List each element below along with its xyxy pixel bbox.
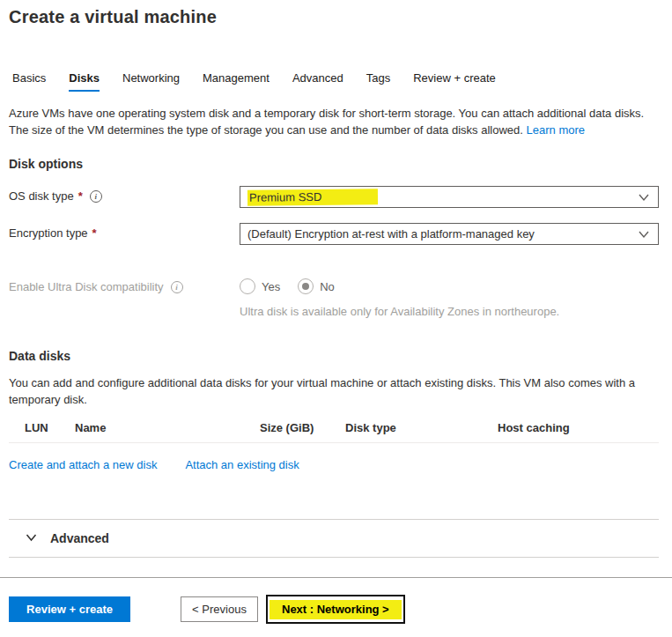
page-title: Create a virtual machine: [9, 7, 659, 27]
ultra-disk-label: Enable Ultra Disk compatibility i: [9, 277, 240, 293]
column-header-disk-type: Disk type: [345, 421, 498, 434]
radio-selected-icon: [298, 278, 314, 294]
os-disk-type-select[interactable]: Premium SSD: [240, 186, 659, 208]
column-header-host-caching: Host caching: [498, 421, 659, 434]
previous-button[interactable]: < Previous: [181, 596, 258, 622]
data-disks-table-header: LUN Name Size (GiB) Disk type Host cachi…: [9, 421, 659, 443]
tab-disks[interactable]: Disks: [69, 71, 100, 92]
ultra-disk-radio-no[interactable]: No: [298, 278, 335, 294]
required-asterisk: *: [92, 226, 97, 240]
ultra-disk-radio-group: Yes No: [240, 277, 659, 294]
encryption-type-label: Encryption type *: [9, 223, 240, 240]
next-networking-button-label: Next : Networking >: [270, 600, 402, 619]
encryption-type-row: Encryption type * (Default) Encryption a…: [9, 223, 659, 245]
os-disk-type-value: Premium SSD: [247, 189, 379, 206]
footer-bar: Review + create < Previous Next : Networ…: [0, 577, 672, 637]
ultra-disk-note: Ultra disk is available only for Availab…: [240, 305, 659, 318]
chevron-down-icon: [638, 192, 650, 203]
tab-bar: Basics Disks Networking Management Advan…: [9, 71, 659, 92]
intro-text: Azure VMs have one operating system disk…: [9, 105, 659, 138]
tab-networking[interactable]: Networking: [122, 71, 180, 92]
data-disks-description: You can add and configure additional dat…: [9, 374, 659, 408]
required-asterisk: *: [78, 189, 83, 203]
disk-options-heading: Disk options: [9, 157, 659, 171]
ultra-disk-row: Enable Ultra Disk compatibility i Yes No…: [9, 277, 659, 318]
learn-more-link[interactable]: Learn more: [527, 123, 585, 137]
info-icon[interactable]: i: [90, 190, 102, 203]
tab-basics[interactable]: Basics: [12, 71, 46, 92]
tab-tags[interactable]: Tags: [366, 71, 390, 92]
attach-existing-disk-link[interactable]: Attach an existing disk: [185, 458, 299, 471]
advanced-expander[interactable]: Advanced: [9, 520, 659, 558]
tab-advanced[interactable]: Advanced: [292, 71, 343, 92]
tab-management[interactable]: Management: [203, 71, 270, 92]
column-header-lun: LUN: [9, 421, 75, 434]
os-disk-type-row: OS disk type * i Premium SSD: [9, 186, 659, 208]
encryption-type-value: (Default) Encryption at-rest with a plat…: [247, 227, 535, 241]
ultra-disk-radio-yes[interactable]: Yes: [240, 278, 280, 294]
next-networking-button[interactable]: Next : Networking >: [266, 595, 405, 624]
os-disk-type-label: OS disk type * i: [9, 186, 240, 203]
advanced-expander-label: Advanced: [50, 531, 109, 545]
column-header-name: Name: [75, 421, 260, 434]
data-disks-links: Create and attach a new disk Attach an e…: [9, 458, 659, 471]
review-create-button[interactable]: Review + create: [9, 596, 130, 622]
tab-review-create[interactable]: Review + create: [413, 71, 496, 92]
data-disks-heading: Data disks: [9, 349, 659, 363]
chevron-down-icon: [638, 229, 650, 240]
info-icon[interactable]: i: [171, 281, 183, 293]
radio-unselected-icon: [240, 278, 255, 294]
create-and-attach-disk-link[interactable]: Create and attach a new disk: [9, 458, 157, 471]
column-header-size: Size (GiB): [260, 421, 345, 434]
chevron-down-icon: [25, 532, 38, 545]
create-vm-page: Create a virtual machine Basics Disks Ne…: [0, 0, 672, 558]
encryption-type-select[interactable]: (Default) Encryption at-rest with a plat…: [240, 223, 659, 245]
